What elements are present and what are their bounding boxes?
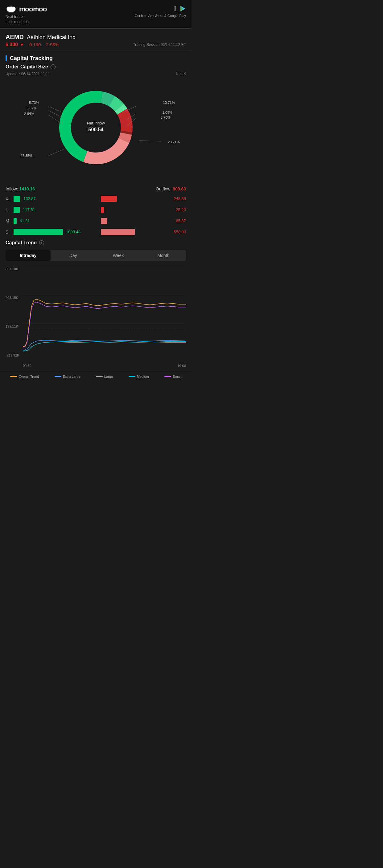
- legend-label-small: Small: [173, 375, 181, 378]
- stock-name: Aethlon Medical Inc: [27, 34, 75, 41]
- val-in-m: 61.31: [20, 218, 30, 223]
- bar-out-s: [101, 229, 135, 235]
- stock-section: AEMD Aethlon Medical Inc 6.300 ▼ -0.190 …: [0, 29, 192, 51]
- legend-label-large: Large: [104, 375, 113, 378]
- trading-session: Trading Session 06/14 11:12 ET: [133, 42, 186, 47]
- legend-line-small: [165, 376, 171, 377]
- label-2-64: 2.64%: [24, 112, 34, 116]
- google-play-icon[interactable]: [179, 5, 186, 12]
- val-out-xl: 248.56: [174, 196, 186, 201]
- store-cta-text: Get it on App Store & Google Play: [135, 14, 186, 18]
- val-out-m: 85.87: [176, 218, 186, 223]
- header-right:  Get it on App Store & Google Play: [135, 5, 186, 18]
- flow-row-xl: XL 132.87 248.56: [5, 196, 186, 202]
- outflow-value: 909.63: [173, 186, 186, 191]
- flow-label-xl: XL: [5, 196, 12, 201]
- tab-month[interactable]: Month: [141, 250, 186, 261]
- legend-medium: Medium: [128, 375, 149, 378]
- val-in-s: 1098.48: [66, 229, 81, 234]
- legend-line-overall: [10, 376, 17, 377]
- legend-label-overall: Overall Trend: [19, 375, 39, 378]
- chart-x-labels: 09:30 16:00: [23, 364, 186, 368]
- update-row: Update：06/14/2021 11:11 Unit:K: [5, 71, 186, 77]
- y-label-top: 857.18K: [5, 267, 23, 271]
- val-in-xl: 132.87: [24, 196, 36, 201]
- donut-chart: Net Inflow 500.54: [53, 85, 139, 171]
- label-5-07: 5.07%: [27, 106, 37, 110]
- header-tagline: Next trade Let's moomoo: [5, 14, 47, 25]
- label-23-71: 23.71%: [168, 140, 180, 144]
- inflow-group: Inflow: 1410.16: [5, 186, 35, 191]
- order-capital-section: Order Capital Size i Update：06/14/2021 1…: [0, 64, 192, 186]
- legend-line-large: [96, 376, 103, 377]
- bar-out-m: [101, 218, 107, 224]
- val-out-l: 25.20: [176, 207, 186, 212]
- bar-in-s: [13, 229, 63, 235]
- bar-in-xl: [13, 196, 20, 202]
- bar-in-m: [13, 218, 17, 224]
- info-icon[interactable]: i: [51, 64, 56, 69]
- legend-overall: Overall Trend: [10, 375, 39, 378]
- section-bar: [5, 55, 7, 61]
- outflow-group: Outflow: 909.63: [156, 186, 186, 191]
- inflow-label: Inflow:: [5, 186, 18, 191]
- legend-line-medium: [128, 376, 136, 377]
- donut-chart-container: Net Inflow 500.54 5.73% 5.07% 2.64% 10.7…: [5, 80, 186, 175]
- legend-small: Small: [165, 375, 181, 378]
- chart-area: 857.18K 498.15K 139.11K -219.92K: [5, 266, 186, 368]
- flow-label-m: M: [5, 218, 12, 223]
- trend-tabs: Intraday Day Week Month: [5, 250, 186, 261]
- capital-trend-title: Capital Trend: [5, 240, 37, 246]
- flow-row-l: L 117.51 25.20: [5, 207, 186, 213]
- legend-xl: Extra Large: [55, 375, 81, 378]
- unit-text: Unit:K: [176, 71, 186, 77]
- store-icons: : [174, 5, 186, 12]
- label-1-09: 1.09%: [162, 111, 172, 114]
- capital-tracking-title: Capital Tracking: [10, 55, 53, 62]
- flow-row-m: M 61.31 85.87: [5, 218, 186, 224]
- tab-week[interactable]: Week: [96, 250, 141, 261]
- outflow-label: Outflow:: [156, 186, 172, 191]
- stock-title-row: AEMD Aethlon Medical Inc: [5, 34, 186, 41]
- price-group: 6.300 ▼ -0.190 -2.93%: [5, 42, 59, 48]
- svg-text:500.54: 500.54: [88, 127, 103, 132]
- y-label-2: 498.15K: [5, 296, 23, 300]
- label-47-35: 47.35%: [20, 154, 32, 157]
- capital-trend-title-row: Capital Trend i: [5, 240, 186, 246]
- svg-line-11: [139, 141, 161, 141]
- legend-label-medium: Medium: [137, 375, 149, 378]
- stock-price-row: 6.300 ▼ -0.190 -2.93% Trading Session 06…: [5, 42, 186, 48]
- logo-row: moomoo: [5, 5, 47, 13]
- x-label-end: 16:00: [177, 364, 186, 368]
- flow-row-s: S 1098.48 550.00: [5, 229, 186, 235]
- down-arrow-icon: ▼: [20, 42, 24, 47]
- tab-intraday[interactable]: Intraday: [5, 250, 51, 261]
- trend-chart-svg: [23, 266, 186, 352]
- apple-icon[interactable]: : [174, 5, 176, 12]
- logo-text: moomoo: [19, 5, 47, 13]
- legend-label-xl: Extra Large: [63, 375, 81, 378]
- moomoo-logo-icon: [5, 5, 17, 13]
- flow-label-l: L: [5, 207, 12, 212]
- trend-info-icon[interactable]: i: [39, 240, 44, 245]
- order-capital-title: Order Capital Size: [5, 64, 48, 70]
- order-capital-title-row: Order Capital Size i: [5, 64, 186, 70]
- capital-trend-section: Capital Trend i Intraday Day Week Month …: [0, 240, 192, 368]
- y-label-bottom: -219.92K: [5, 353, 23, 357]
- stock-change: -0.190: [28, 42, 41, 47]
- label-5-73: 5.73%: [29, 101, 39, 104]
- flow-rows: XL 132.87 248.56 L 117.51 25.20 M 61.31: [0, 196, 192, 235]
- bar-out-xl: [101, 196, 117, 202]
- bar-out-l: [101, 207, 104, 213]
- tab-day[interactable]: Day: [51, 250, 96, 261]
- header-left: moomoo Next trade Let's moomoo: [5, 5, 47, 25]
- val-out-s: 550.00: [174, 229, 186, 234]
- chart-y-labels: 857.18K 498.15K 139.11K -219.92K: [5, 266, 23, 359]
- bar-in-l: [13, 207, 20, 213]
- svg-text:Net Inflow: Net Inflow: [87, 121, 105, 125]
- stock-price: 6.300: [5, 42, 18, 48]
- x-label-start: 09:30: [23, 364, 31, 368]
- line-medium: [23, 341, 186, 351]
- legend-large: Large: [96, 375, 113, 378]
- line-large: [23, 342, 186, 351]
